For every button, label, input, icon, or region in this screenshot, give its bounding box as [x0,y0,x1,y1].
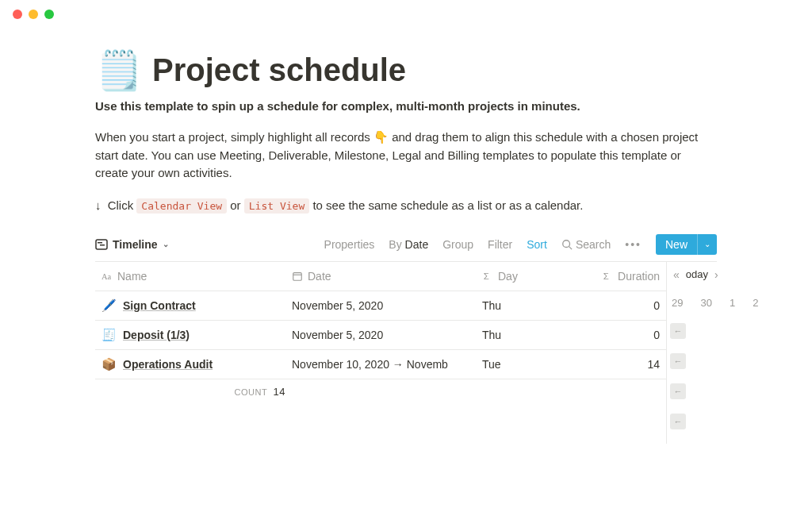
scroll-to-item-button[interactable]: ← [670,414,686,429]
svg-text:Aa: Aa [102,271,112,280]
arrow-down-icon: ↓ [95,198,102,212]
row-icon: 🖊️ [102,298,117,313]
timeline-panel: « oday › 29 30 1 2 ← ← ← ← [666,262,763,444]
svg-point-3 [563,240,570,247]
column-header-name[interactable]: Aa Name [95,262,285,291]
timeline-prev-button[interactable]: « [673,268,680,281]
new-button[interactable]: New [656,234,697,255]
table-row[interactable]: 🧾Deposit (1/3) November 5, 2020 Thu 0 [95,320,666,349]
timeline-date: 29 [672,297,683,309]
scroll-to-item-button[interactable]: ← [670,353,686,369]
timeline-icon [95,238,108,251]
svg-rect-6 [293,272,302,280]
view-selector[interactable]: Timeline ⌄ [95,238,169,251]
page-subtitle: Use this template to spin up a schedule … [95,99,717,113]
page-icon[interactable]: 🗒️ [95,48,143,93]
window-controls [0,0,812,29]
properties-button[interactable]: Properties [324,238,375,251]
code-list-view: List View [244,198,309,214]
row-day: Thu [476,291,563,320]
window-close-button[interactable] [13,10,22,19]
row-name[interactable]: Sign Contract [123,299,196,312]
timeline-today-button[interactable]: oday [686,268,708,280]
row-icon: 🧾 [102,328,117,342]
column-header-date[interactable]: Date [285,262,476,291]
row-date: November 5, 2020 [285,291,476,320]
column-header-day[interactable]: Σ Day [476,262,563,291]
svg-text:Σ: Σ [603,271,609,280]
page-title[interactable]: Project schedule [152,52,406,88]
timeline-date: 30 [700,297,711,309]
timeline-date: 2 [753,297,758,309]
search-icon [561,239,573,250]
view-name: Timeline [113,238,158,251]
timeline-next-button[interactable]: › [714,268,718,281]
table-row[interactable]: 🖊️Sign Contract November 5, 2020 Thu 0 [95,291,666,320]
row-icon: 📦 [102,357,117,371]
chevron-down-icon: ⌄ [163,240,169,248]
column-header-duration[interactable]: Σ Duration [563,262,666,291]
row-date: November 10, 2020 → Novemb [285,349,476,379]
row-duration: 0 [563,320,666,349]
count-label: COUNT 14 [102,386,292,398]
svg-rect-1 [98,242,102,244]
new-dropdown-button[interactable]: ⌄ [697,234,717,255]
row-duration: 14 [563,349,666,379]
text-icon: Aa [102,271,113,282]
timeline-date: 1 [730,297,735,309]
window-maximize-button[interactable] [44,10,54,19]
row-duration: 0 [563,291,666,320]
calendar-icon [292,271,303,282]
hint-text: Click [108,198,134,212]
filter-button[interactable]: Filter [488,238,512,251]
code-calendar-view: Calendar View [136,198,227,214]
search-button[interactable]: Search [561,238,611,251]
svg-text:Σ: Σ [484,271,489,280]
group-button[interactable]: Group [442,238,473,251]
hint-or: or [230,198,240,212]
hint-suffix: to see the same schedule as a list or as… [312,198,583,212]
page-description: When you start a project, simply highlig… [95,129,717,183]
scroll-to-item-button[interactable]: ← [670,383,686,399]
row-name[interactable]: Operations Audit [123,358,213,371]
svg-rect-2 [100,244,105,246]
svg-line-4 [569,246,573,249]
sort-button[interactable]: Sort [527,238,547,251]
table-row[interactable]: 📦Operations Audit November 10, 2020 → No… [95,349,666,379]
hint-line: ↓ Click Calendar View or List View to se… [95,198,717,212]
window-minimize-button[interactable] [29,10,38,19]
by-date-button[interactable]: By Date [389,238,428,251]
row-day: Tue [476,349,563,379]
more-menu-button[interactable]: ••• [625,238,642,251]
row-date: November 5, 2020 [285,320,476,349]
schedule-table: Aa Name Date [95,262,666,379]
row-name[interactable]: Deposit (1/3) [123,329,190,341]
formula-icon: Σ [482,271,493,282]
row-day: Thu [476,320,563,349]
formula-icon: Σ [602,271,613,282]
scroll-to-item-button[interactable]: ← [670,323,686,339]
database-toolbar: Timeline ⌄ Properties By Date Group Filt… [95,234,717,261]
